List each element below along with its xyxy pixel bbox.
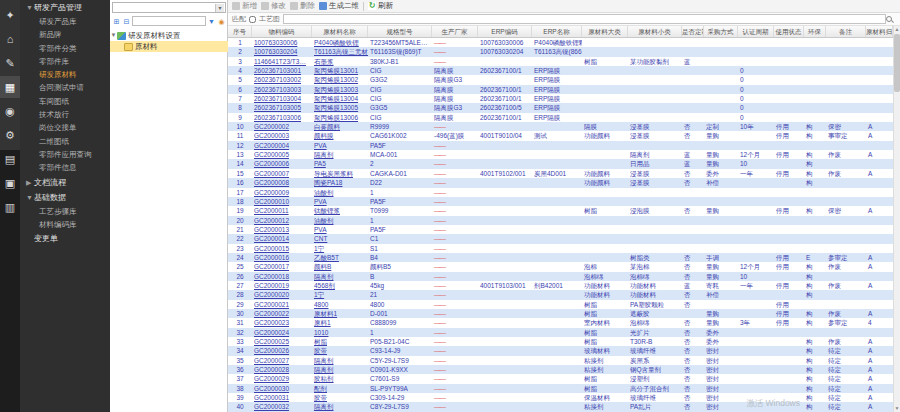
- material-name-link[interactable]: 隔离剂: [314, 357, 334, 364]
- material-code-link[interactable]: 2602367103006: [254, 114, 301, 121]
- table-row[interactable]: 42602367103001聚丙烯膜13001CIG隔离膜2602367100/…: [228, 66, 893, 75]
- column-header[interactable]: ERP名称: [532, 26, 582, 37]
- sidebar-group-product-mgmt[interactable]: ▼研发产品管理: [20, 0, 110, 15]
- material-code-link[interactable]: GC2000012: [254, 217, 289, 224]
- material-name-link[interactable]: 乙酸B5T: [314, 254, 339, 261]
- material-code-link[interactable]: 100763030204: [254, 48, 297, 55]
- table-row[interactable]: 25GC2000017颜料B颜料B5——泡棉某泡棉否量购12个月停用构作废A: [228, 262, 893, 271]
- table-row[interactable]: 26GC2000018隔离剂B——泡棉绵泡棉绵否量购10构: [228, 272, 893, 281]
- sidebar-item-link[interactable]: 岗位交接单: [20, 121, 110, 134]
- sidebar-item-link[interactable]: 车间图纸: [20, 95, 110, 108]
- sidebar-item-change-order[interactable]: 变更单: [20, 231, 110, 246]
- material-name-link[interactable]: 石墨浆: [314, 58, 334, 65]
- table-row[interactable]: 15GC2000007导电炭黑浆料CAGKA-D01——4001T9102/00…: [228, 169, 893, 178]
- column-header[interactable]: 采购方式: [704, 26, 738, 37]
- table-row[interactable]: 28GC20000201宁21——功能材料功能材料否补偿构: [228, 290, 893, 299]
- material-code-link[interactable]: GC2000003: [254, 132, 289, 139]
- table-row[interactable]: 34GC2000026胶带C93-14-J9——玻璃材料玻璃纤维否密封构待定A: [228, 346, 893, 355]
- material-code-link[interactable]: 2602367103001: [254, 67, 301, 74]
- table-row[interactable]: 16GC2000008陶瓷PA18D22——功能颜料浸基膜否补偿构: [228, 178, 893, 187]
- material-code-link[interactable]: GC2000002: [254, 123, 289, 130]
- table-row[interactable]: 92602367103006聚丙烯膜13006CIG隔离膜2602367100/…: [228, 113, 893, 122]
- material-code-link[interactable]: GC2000018: [254, 273, 289, 280]
- material-name-link[interactable]: 隔离剂: [314, 366, 334, 373]
- column-header[interactable]: 环保: [804, 26, 826, 37]
- material-name-link[interactable]: CNT: [314, 235, 327, 242]
- material-code-link[interactable]: GC2000013: [254, 226, 289, 233]
- library-icon[interactable]: ▤: [0, 148, 20, 170]
- material-name-link[interactable]: 胶带: [314, 394, 327, 401]
- table-row[interactable]: 24GC2000016乙酸B5TB4——树脂类否手调停用E参审定A: [228, 253, 893, 262]
- material-code-link[interactable]: GC2000008: [254, 179, 289, 186]
- material-name-link[interactable]: 聚丙烯膜13005: [314, 104, 358, 111]
- table-row[interactable]: 13GC2000005隔离剂MCA-001——隔离剂蓝量购12个月停用构作废A: [228, 150, 893, 159]
- table-row[interactable]: 72602367103004聚丙烯膜13004CIG隔离膜2602367100/…: [228, 94, 893, 103]
- material-code-link[interactable]: 100763030006: [254, 39, 297, 46]
- table-row[interactable]: 11GC2000003颜料膜CAG61K002-496(蓝)膜4001T9010…: [228, 131, 893, 140]
- scrollbar-thumb[interactable]: [894, 34, 900, 92]
- products-icon[interactable]: ▦: [0, 76, 20, 98]
- table-row[interactable]: 38GC2000030配剂SL-P9YT99A——树脂高分子混合剂否密封构待定A: [228, 384, 893, 393]
- sidebar-item-link[interactable]: 零部件应用查询: [20, 148, 110, 161]
- toolbar-button-5[interactable]: ↻刷新: [368, 1, 393, 11]
- material-code-link[interactable]: GC2000024: [254, 329, 289, 336]
- material-code-link[interactable]: GC2000005: [254, 151, 289, 158]
- material-name-link[interactable]: 1宁: [314, 245, 324, 252]
- material-code-link[interactable]: GC2000030: [254, 385, 289, 392]
- material-name-link[interactable]: PA5: [314, 160, 326, 167]
- material-code-link[interactable]: GC2000025: [254, 338, 289, 345]
- home-icon[interactable]: ⌂: [0, 28, 20, 50]
- material-code-link[interactable]: GC2000006: [254, 160, 289, 167]
- tree-search-input[interactable]: [132, 16, 206, 26]
- table-row[interactable]: 82602367103005聚丙烯膜13005G3G5隔离膜G326023671…: [228, 103, 893, 112]
- material-name-link[interactable]: 1宁: [314, 291, 324, 298]
- material-name-link[interactable]: 聚丙烯膜13004: [314, 95, 358, 102]
- table-row[interactable]: 33GC2000025树脂P05-B21-04C——树脂T30R-B否委外构作废…: [228, 337, 893, 346]
- column-header[interactable]: ERP编码: [478, 26, 532, 37]
- material-code-link[interactable]: GC2000027: [254, 357, 289, 364]
- table-row[interactable]: 19GC2000011钛酸锂浆T0999——树脂浸泡膜否量购停用构保密A: [228, 206, 893, 215]
- material-name-link[interactable]: 聚丙烯膜13002: [314, 76, 358, 83]
- table-row[interactable]: 14GC2000006PA52——日用品蓝量购10构: [228, 159, 893, 168]
- sidebar-item-link[interactable]: 零部件分类: [20, 42, 110, 55]
- column-header[interactable]: 原材料名称: [312, 26, 368, 37]
- table-row[interactable]: 18GC2000010PVAPA5F——: [228, 197, 893, 206]
- column-header[interactable]: 原材料大类: [582, 26, 628, 37]
- tree-root-node[interactable]: ▼ 研发原材料设置: [110, 30, 228, 41]
- column-header[interactable]: 备注: [826, 26, 866, 37]
- material-name-link[interactable]: 导电炭黑浆料: [314, 170, 353, 177]
- material-name-link[interactable]: 油酸剂: [314, 217, 334, 224]
- orders-icon[interactable]: ✎: [0, 52, 20, 74]
- column-header[interactable]: 生产厂家: [432, 26, 478, 37]
- table-row[interactable]: 29GC200002148004800——树脂PA塑胶颗粒否停用: [228, 300, 893, 309]
- material-name-link[interactable]: 胶带: [314, 347, 327, 354]
- category-combobox[interactable]: ▾: [112, 2, 226, 13]
- material-code-link[interactable]: GC2000007: [254, 170, 289, 177]
- toolbar-button-4[interactable]: 生成二维: [319, 1, 359, 11]
- material-name-link[interactable]: 配剂: [314, 385, 327, 392]
- column-header[interactable]: 使用状态: [774, 26, 804, 37]
- material-code-link[interactable]: GC2000004: [254, 142, 289, 149]
- material-code-link[interactable]: GC2000017: [254, 263, 289, 270]
- table-row[interactable]: 31GC2000023原料1C888099——室内材料泡棉绵否量购3年停用构参审…: [228, 318, 893, 327]
- sidebar-item-link[interactable]: 研发产品库: [20, 15, 110, 28]
- process-drawing-checkbox[interactable]: [249, 16, 256, 23]
- materials-icon[interactable]: ◉: [0, 100, 20, 122]
- archive-icon[interactable]: ▥: [0, 196, 20, 218]
- material-code-link[interactable]: GC2000026: [254, 347, 289, 354]
- column-header[interactable]: 原材料小类: [628, 26, 682, 37]
- column-header[interactable]: 规格型号: [368, 26, 432, 37]
- material-name-link[interactable]: 油酸剂: [314, 189, 334, 196]
- filter-icon[interactable]: ▼: [207, 17, 216, 26]
- material-code-link[interactable]: 2602367103002: [254, 76, 301, 83]
- logo-icon[interactable]: ✦: [0, 4, 20, 26]
- column-header[interactable]: 认证周期: [738, 26, 774, 37]
- table-row[interactable]: 30GC2000022原材料1D-001——树脂遮蔽胶量购停用构作废A: [228, 309, 893, 318]
- material-name-link[interactable]: 白雾颜料: [314, 123, 340, 130]
- material-code-link[interactable]: 2602367103005: [254, 104, 301, 111]
- material-code-link[interactable]: GC2000019: [254, 282, 289, 289]
- table-row[interactable]: 10GC2000002白雾颜料R9999——隔膜浸基膜否定制10年停用构保密A: [228, 122, 893, 131]
- sidebar-item-link[interactable]: 合同测试申请: [20, 81, 110, 94]
- material-name-link[interactable]: 聚丙烯膜13003: [314, 86, 358, 93]
- table-row[interactable]: 27GC20000194568剂45kg——4001T9103/001剂B420…: [228, 281, 893, 290]
